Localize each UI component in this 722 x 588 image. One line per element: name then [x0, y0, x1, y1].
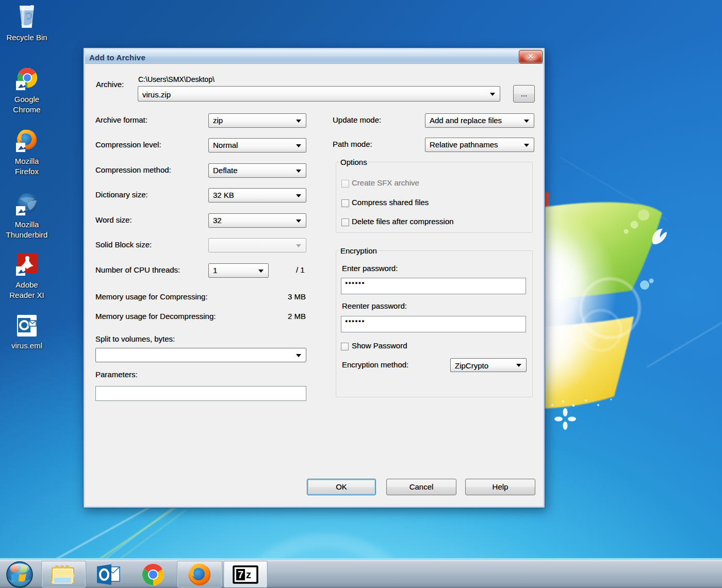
svg-text:z: z: [246, 569, 251, 580]
svg-text:7: 7: [238, 569, 243, 580]
